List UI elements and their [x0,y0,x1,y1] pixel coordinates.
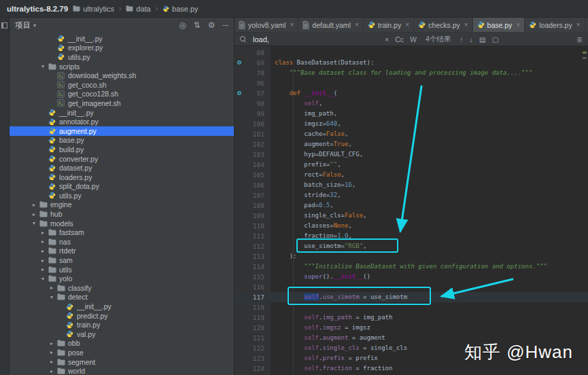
code-line-121[interactable]: 121 self.augment = augment [235,333,588,343]
tree-item-converter.py[interactable]: converter.py [10,154,234,164]
line-number[interactable]: 121 [235,333,271,343]
tree-item-yolo[interactable]: ▾yolo [10,274,234,283]
tree-item-explorer.py[interactable]: explorer.py [10,43,234,53]
line-number[interactable]: 69 [235,58,271,68]
code-line-68[interactable]: 68 [235,48,588,58]
tree-item-dataset.py[interactable]: dataset.py [10,163,234,173]
code-line-119[interactable]: 119 self.img_path = img_path [235,312,588,323]
tree-item-split_dota.py[interactable]: split_dota.py [10,182,234,192]
tree-item-utils.py[interactable]: utils.py [10,52,234,62]
chevron-right-icon[interactable]: ▸ [48,285,56,291]
tab-default.yaml[interactable]: default.yaml× [298,18,363,32]
code-line-114[interactable]: 114 """Initialize BaseDataset with given… [235,262,588,272]
code-line-113[interactable]: 113 ): [235,251,588,262]
line-number[interactable]: 100 [235,119,271,129]
code-line-123[interactable]: 123 self.prefix = prefix [235,353,588,363]
code-line-116[interactable]: 116 [235,282,588,292]
tree-item-download_weights.sh[interactable]: download_weights.sh [10,71,234,80]
tree-item-classify[interactable]: ▸classify [10,283,234,293]
chevron-down-icon[interactable]: ▾ [39,63,47,69]
code-line-69[interactable]: 69class BaseDataset(Dataset): [235,58,588,68]
code-line-99[interactable]: 99 img_path, [235,109,588,119]
tree-item-get_imagenet.sh[interactable]: get_imagenet.sh [10,99,234,108]
tab-base.py[interactable]: base.py× [473,18,525,32]
override-marker-icon[interactable] [237,91,241,95]
code-line-118[interactable]: 118 [235,302,588,312]
tree-item-annotator.py[interactable]: annotator.py [10,117,234,126]
close-icon[interactable]: × [355,21,359,29]
chevron-right-icon[interactable]: ▸ [48,349,56,355]
code-line-109[interactable]: 109 single_cls=False, [235,211,588,221]
tree-item-pose[interactable]: ▸pose [10,348,234,357]
code-line-106[interactable]: 106 batch_size=16, [235,180,588,190]
tree-item-base.py[interactable]: base.py [10,136,234,145]
collapse-icon[interactable]: ⇅ [194,21,201,29]
code-line-97[interactable]: 97 def __init__( [235,88,588,99]
close-icon[interactable]: × [290,21,294,29]
chevron-right-icon[interactable]: ▸ [48,368,56,374]
project-tool-window-icon[interactable] [1,22,7,29]
code-line-108[interactable]: 108 pad=0.5, [235,200,588,211]
locate-icon[interactable]: ◎ [179,21,186,29]
chevron-down-icon[interactable]: ▾ [39,276,47,282]
line-number[interactable]: 104 [235,160,271,170]
tree-item-detect[interactable]: ▾detect [10,293,234,302]
tree-item-fastsam[interactable]: ▸fastsam [10,228,234,237]
previous-match-button[interactable]: ↑ [460,35,463,43]
tree-item-__init__.py[interactable]: __init__.py [10,108,234,118]
code-line-102[interactable]: 102 augment=True, [235,139,588,149]
code-line-98[interactable]: 98 self, [235,99,588,109]
tree-item-hub[interactable]: ▸hub [10,209,234,219]
code-line-101[interactable]: 101 cache=False, [235,129,588,139]
code-line-117[interactable]: 117 self.use_simotm = use_simotm [235,292,588,302]
chevron-right-icon[interactable]: ▸ [39,266,47,272]
tree-item-loaders.py[interactable]: loaders.py [10,173,234,182]
open-in-find-window-button[interactable]: ▢ [492,35,499,43]
line-number[interactable]: 68 [235,48,271,58]
line-number[interactable]: 105 [235,170,271,180]
line-number[interactable]: 102 [235,139,271,149]
line-number[interactable]: 115 [235,272,271,282]
tab-train.py[interactable]: train.py× [364,18,414,32]
whole-words-toggle[interactable]: W [410,35,417,43]
line-number[interactable]: 103 [235,149,271,160]
line-number[interactable]: 122 [235,343,271,353]
tree-item-utils.py[interactable]: utils.py [10,191,234,200]
settings-icon[interactable]: ⚙ [208,21,215,29]
code-line-111[interactable]: 111 fraction=1.0, [235,231,588,241]
code-line-103[interactable]: 103 hyp=DEFAULT_CFG, [235,149,588,160]
line-number[interactable]: 120 [235,323,271,333]
chevron-right-icon[interactable]: ▸ [48,340,56,346]
tree-item-segment[interactable]: ▸segment [10,357,234,367]
tree-item-get_coco.sh[interactable]: get_coco.sh [10,80,234,90]
line-number[interactable]: 119 [235,312,271,323]
chevron-right-icon[interactable]: ▸ [39,248,47,254]
chevron-right-icon[interactable]: ▸ [48,359,56,365]
tree-item-obb[interactable]: ▸obb [10,339,234,349]
tree-item-scripts[interactable]: ▾scripts [10,62,234,71]
tree-item-__init__.py[interactable]: __init__.py [10,34,234,43]
chevron-down-icon[interactable]: ▾ [48,294,56,300]
chevron-right-icon[interactable]: ▸ [30,202,38,208]
code-line-112[interactable]: 112 use_simotm="RGB", [235,241,588,251]
tree-item-nas[interactable]: ▸nas [10,237,234,247]
line-number[interactable]: 123 [235,353,271,363]
breadcrumb-project[interactable]: ultralytics [73,5,114,13]
line-number[interactable]: 110 [235,221,271,231]
tree-item-__init__.py[interactable]: __init__.py [10,302,234,311]
line-number[interactable]: 106 [235,180,271,190]
project-panel-title[interactable]: 项目 [15,20,31,31]
override-marker-icon[interactable] [237,60,241,65]
hide-icon[interactable]: ─ [222,21,228,29]
line-number[interactable]: 117 [235,292,271,302]
line-number[interactable]: 101 [235,129,271,139]
code-line-104[interactable]: 104 prefix="", [235,160,588,170]
breadcrumb-file[interactable]: base.py [162,5,198,13]
code-line-124[interactable]: 124 self.fraction = fraction [235,363,588,374]
tab-converter.py[interactable]: converter.py× [585,18,588,32]
clear-search-icon[interactable]: × [385,35,389,43]
tab-checks.py[interactable]: checks.py× [414,18,473,32]
code-line-96[interactable]: 96 [235,78,588,88]
tree-item-predict.py[interactable]: predict.py [10,311,234,321]
line-number[interactable]: 108 [235,200,271,211]
